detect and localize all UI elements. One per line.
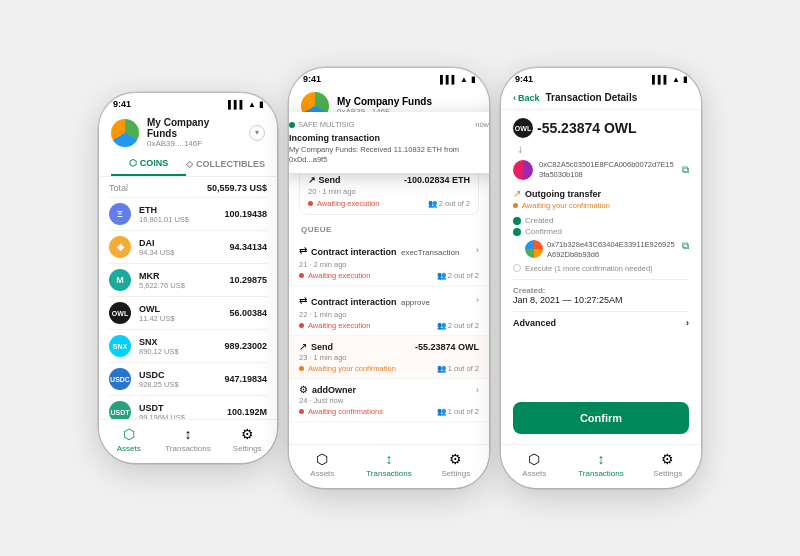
snx-icon: SNX xyxy=(109,335,131,357)
nav-settings-2[interactable]: ⚙ Settings xyxy=(422,451,489,478)
tx-item-addowner[interactable]: ⚙ addOwner › 24 · Just now Awaiting conf… xyxy=(289,379,489,422)
nav-settings-1[interactable]: ⚙ Settings xyxy=(218,426,277,453)
people-icon: 👥 xyxy=(428,199,437,208)
tx-hash-avatar xyxy=(525,240,543,258)
battery-icon: ▮ xyxy=(259,100,263,109)
wallet-header: My Company Funds 0xAB39....146F ▾ xyxy=(99,111,277,152)
usdc-icon: USDC xyxy=(109,368,131,390)
advanced-chevron-icon: › xyxy=(686,318,689,328)
asset-row-usdc: USDC USDC 928.25 US$ 947.19834 xyxy=(109,362,267,395)
details-screen: ‹ Back Transaction Details OWL -55.23874… xyxy=(501,86,701,488)
signal-icon: ▌▌▌ xyxy=(228,100,245,109)
tx-hash-link-icon[interactable]: ⧉ xyxy=(682,240,689,252)
assets-tabs: ⬡ COINS ◇ COLLECTIBLES xyxy=(99,152,277,177)
tx-content: NEXT TRANSACTION ↗ Send 20 · 1 min ago -… xyxy=(289,147,489,444)
advanced-row[interactable]: Advanced › xyxy=(513,311,689,334)
back-button[interactable]: ‹ Back xyxy=(513,93,540,103)
asset-row-mkr: M MKR 5,622.76 US$ 10.29875 xyxy=(109,263,267,296)
external-link-icon[interactable]: ⧉ xyxy=(682,164,689,176)
nav-assets-3[interactable]: ⬡ Assets xyxy=(501,451,568,478)
tx-hash-row: 0x71b328e43C63404E33911E926925A692Db8b93… xyxy=(513,240,689,260)
dai-icon: ◈ xyxy=(109,236,131,258)
tx-item-send-owl[interactable]: ↗ Send -55.23874 OWL 23 · 1 min ago Awai… xyxy=(289,336,489,379)
settings-nav-icon: ⚙ xyxy=(241,426,254,442)
nav-settings-3[interactable]: ⚙ Settings xyxy=(634,451,701,478)
bottom-nav-2: ⬡ Assets ↕ Transactions ⚙ Settings xyxy=(289,444,489,488)
mkr-icon: M xyxy=(109,269,131,291)
awaiting-status: Awaiting your confirmation xyxy=(513,201,689,210)
collectibles-icon: ◇ xyxy=(186,159,193,169)
asset-row-snx: SNX SNX 890.12 US$ 989.23002 xyxy=(109,329,267,362)
eth-icon: Ξ xyxy=(109,203,131,225)
status-bar-2: 9:41 ▌▌▌ ▲ ▮ xyxy=(289,68,489,86)
wifi-icon-3: ▲ xyxy=(672,75,680,84)
asset-row-eth: Ξ ETH 16,801.01 US$ 100.19438 xyxy=(109,197,267,230)
transactions-nav-icon: ↕ xyxy=(184,426,191,442)
asset-row-owl: OWL OWL 11.42 US$ 56.00384 xyxy=(109,296,267,329)
signal-icon-2: ▌▌▌ xyxy=(440,75,457,84)
wifi-icon-2: ▲ xyxy=(460,75,468,84)
assets-screen: My Company Funds 0xAB39....146F ▾ ⬡ COIN… xyxy=(99,111,277,463)
phone-transactions: SAFE MULTISIG now Incoming transaction M… xyxy=(289,68,489,488)
detail-header: ‹ Back Transaction Details xyxy=(501,86,701,110)
wallet-name-2: My Company Funds xyxy=(337,96,432,107)
status-time-2: 9:41 xyxy=(303,74,321,84)
notification-popup: SAFE MULTISIG now Incoming transaction M… xyxy=(289,112,489,173)
bottom-nav-3: ⬡ Assets ↕ Transactions ⚙ Settings xyxy=(501,444,701,488)
confirm-area: Confirm xyxy=(501,392,701,444)
arrow-down-icon: ↓ xyxy=(517,142,689,156)
confirm-button[interactable]: Confirm xyxy=(513,402,689,434)
safe-badge-dot xyxy=(289,122,295,128)
detail-content: OWL -55.23874 OWL ↓ 0xC82A5c03501E8FCA00… xyxy=(501,110,701,392)
confirmed-dot xyxy=(513,228,521,236)
send-icon: ↗ xyxy=(299,341,307,352)
recipient-address: 0xC82A5c03501E8FCA006b0072d7E153fa5030b1… xyxy=(539,160,676,180)
total-row: Total 50,559.73 US$ xyxy=(109,177,267,197)
tab-coins[interactable]: ⬡ COINS xyxy=(111,152,186,176)
coins-icon: ⬡ xyxy=(129,158,137,168)
execute-dot xyxy=(513,264,521,272)
phone-assets: 9:41 ▌▌▌ ▲ ▮ My Company Funds 0xAB39....… xyxy=(99,93,277,463)
battery-icon-3: ▮ xyxy=(683,75,687,84)
safe-multisig-badge: SAFE MULTISIG xyxy=(289,120,355,129)
wallet-address: 0xAB39....146F xyxy=(147,139,241,148)
asset-info-eth: ETH 16,801.01 US$ xyxy=(139,205,216,224)
nav-transactions-3[interactable]: ↕ Transactions xyxy=(568,451,635,478)
asset-row-usdt: USDT USDT 99.196M US$ 100.192M xyxy=(109,395,267,419)
status-bar-3: 9:41 ▌▌▌ ▲ ▮ xyxy=(501,68,701,86)
execute-note: Execute (1 more confirmation needed) xyxy=(513,264,689,273)
asset-row-dai: ◈ DAI 94.34 US$ 94.34134 xyxy=(109,230,267,263)
battery-icon-2: ▮ xyxy=(471,75,475,84)
recipient-row: 0xC82A5c03501E8FCA006b0072d7E153fa5030b1… xyxy=(513,160,689,180)
wallet-info: My Company Funds 0xAB39....146F xyxy=(147,117,241,148)
phone-details: 9:41 ▌▌▌ ▲ ▮ ‹ Back Transaction Details … xyxy=(501,68,701,488)
status-icons-1: ▌▌▌ ▲ ▮ xyxy=(228,100,263,109)
created-section: Created Confirmed 0x71b328e43C63404E3391… xyxy=(513,216,689,273)
nav-transactions-1[interactable]: ↕ Transactions xyxy=(158,426,217,453)
nav-transactions-2[interactable]: ↕ Transactions xyxy=(356,451,423,478)
owl-amount-icon: OWL xyxy=(513,118,533,138)
tab-collectibles[interactable]: ◇ COLLECTIBLES xyxy=(186,152,265,176)
queue-section: QUEUE xyxy=(289,219,489,236)
nav-assets-1[interactable]: ⬡ Assets xyxy=(99,426,158,453)
wifi-icon: ▲ xyxy=(248,100,256,109)
bottom-nav-1: ⬡ Assets ↕ Transactions ⚙ Settings xyxy=(99,419,277,463)
tx-hash-text: 0x71b328e43C63404E33911E926925A692Db8b93… xyxy=(547,240,678,260)
usdt-icon: USDT xyxy=(109,401,131,419)
wallet-name: My Company Funds xyxy=(147,117,241,139)
total-label: Total xyxy=(109,183,128,193)
next-tx-card[interactable]: ↗ Send 20 · 1 min ago -100.02834 ETH Awa… xyxy=(299,168,479,215)
tx-item-contract-1[interactable]: ⇄ Contract interaction execTransaction ›… xyxy=(289,236,489,286)
created-date-row: Created: Jan 8, 2021 — 10:27:25AM xyxy=(513,279,689,305)
tx-item-contract-2[interactable]: ⇄ Contract interaction approve › 22 · 1 … xyxy=(289,286,489,336)
nav-assets-2[interactable]: ⬡ Assets xyxy=(289,451,356,478)
assets-nav-icon: ⬡ xyxy=(123,426,135,442)
notification-body: My Company Funds: Received 11.10832 ETH … xyxy=(289,145,489,165)
detail-title: Transaction Details xyxy=(546,92,638,103)
status-time-1: 9:41 xyxy=(113,99,131,109)
back-chevron-icon: ‹ xyxy=(513,93,516,103)
notification-header: SAFE MULTISIG now xyxy=(289,120,489,129)
wallet-switcher[interactable]: ▾ xyxy=(249,125,265,141)
asset-balance-eth: 100.19438 xyxy=(224,209,267,219)
recipient-avatar xyxy=(513,160,533,180)
